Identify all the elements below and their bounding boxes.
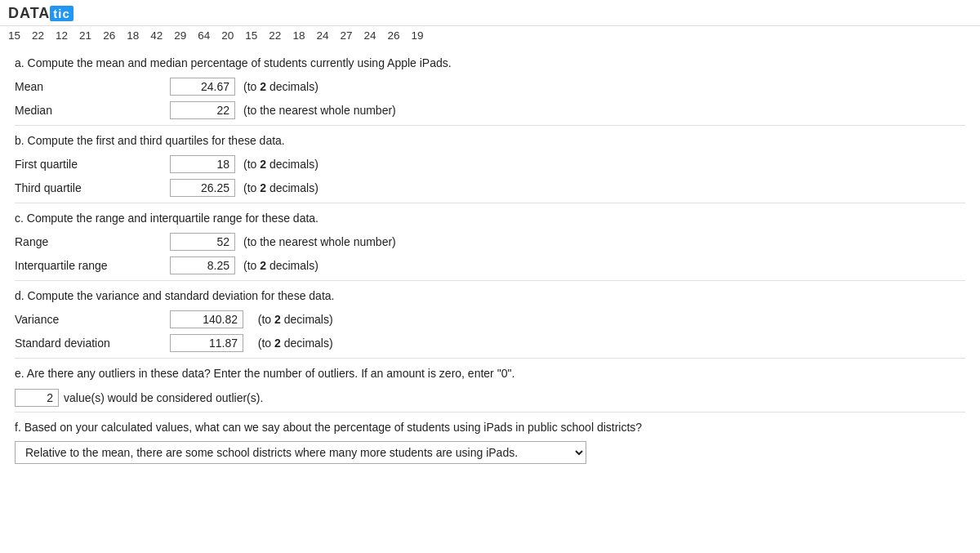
range-input[interactable]	[170, 233, 235, 251]
data-value: 15	[8, 29, 20, 42]
q1-bold: 2	[260, 158, 266, 171]
section-c-label: c. Compute the range and interquartile r…	[15, 210, 965, 227]
data-value: 19	[412, 29, 424, 42]
iqr-hint: (to 2 decimals)	[243, 259, 318, 272]
divider-ab	[15, 125, 965, 126]
q3-hint: (to 2 decimals)	[243, 181, 318, 194]
mean-hint: (to 2 decimals)	[243, 80, 318, 93]
mean-input[interactable]	[170, 78, 235, 96]
mean-row: Mean (to 2 decimals)	[15, 78, 965, 96]
range-row: Range (to the nearest whole number)	[15, 233, 965, 251]
data-value: 20	[221, 29, 234, 42]
q3-row: Third quartile (to 2 decimals)	[15, 179, 965, 197]
data-value: 24	[316, 29, 328, 42]
iqr-bold: 2	[260, 259, 266, 272]
std-bold: 2	[274, 337, 281, 350]
data-value: 18	[127, 29, 139, 42]
q1-row: First quartile (to 2 decimals)	[15, 155, 965, 173]
divider-de	[15, 358, 965, 359]
std-label: Standard deviation	[15, 337, 162, 350]
section-d-label: d. Compute the variance and standard dev…	[15, 288, 965, 305]
q3-bold: 2	[260, 181, 266, 194]
data-value: 24	[363, 29, 376, 42]
logo: DATAtic	[8, 5, 74, 22]
mean-label: Mean	[15, 80, 162, 93]
section-f-select-row: Relative to the mean, there are some sch…	[15, 441, 965, 464]
iqr-row: Interquartile range (to 2 decimals)	[15, 256, 965, 274]
section-f-select[interactable]: Relative to the mean, there are some sch…	[15, 441, 586, 464]
iqr-label: Interquartile range	[15, 259, 162, 272]
section-b-label: b. Compute the first and third quartiles…	[15, 132, 965, 149]
divider-cd	[15, 280, 965, 281]
data-value: 22	[32, 29, 44, 42]
median-row: Median (to the nearest whole number)	[15, 101, 965, 119]
data-value: 42	[150, 29, 163, 42]
iqr-input[interactable]	[170, 256, 235, 274]
variance-bold: 2	[274, 313, 281, 326]
median-input[interactable]	[170, 101, 235, 119]
variance-label: Variance	[15, 313, 162, 326]
logo-tic: tic	[50, 6, 74, 21]
mean-bold: 2	[260, 80, 266, 93]
variance-input[interactable]	[170, 310, 243, 328]
section-f-label: f. Based on your calculated values, what…	[15, 419, 965, 436]
variance-row: Variance (to 2 decimals)	[15, 310, 965, 328]
data-value: 64	[198, 29, 210, 42]
q1-input[interactable]	[170, 155, 235, 173]
divider-bc	[15, 203, 965, 203]
std-hint: (to 2 decimals)	[252, 337, 333, 350]
q1-hint: (to 2 decimals)	[243, 158, 318, 171]
data-values-row: 152212212618422964201522182427242619	[0, 26, 980, 43]
main-content: a. Compute the mean and median percentag…	[0, 43, 980, 475]
outlier-text: value(s) would be considered outlier(s).	[64, 391, 263, 404]
q3-input[interactable]	[170, 179, 235, 197]
data-value: 27	[340, 29, 352, 42]
data-value: 15	[245, 29, 257, 42]
outlier-input[interactable]	[15, 389, 59, 407]
logo-main: DATA	[8, 5, 50, 21]
data-value: 26	[388, 29, 400, 42]
data-value: 21	[79, 29, 91, 42]
data-value: 18	[292, 29, 305, 42]
q1-label: First quartile	[15, 158, 162, 171]
variance-hint: (to 2 decimals)	[252, 313, 333, 326]
data-value: 29	[174, 29, 186, 42]
std-row: Standard deviation (to 2 decimals)	[15, 334, 965, 352]
data-value: 26	[103, 29, 115, 42]
outlier-row: value(s) would be considered outlier(s).	[15, 389, 965, 407]
data-value: 22	[269, 29, 281, 42]
section-e-label: e. Are there any outliers in these data?…	[15, 365, 965, 382]
q3-label: Third quartile	[15, 181, 162, 194]
section-a-label: a. Compute the mean and median percentag…	[15, 55, 965, 72]
std-input[interactable]	[170, 334, 243, 352]
divider-ef	[15, 412, 965, 413]
data-value: 12	[56, 29, 68, 42]
range-label: Range	[15, 235, 162, 248]
median-label: Median	[15, 104, 162, 117]
range-hint: (to the nearest whole number)	[243, 235, 396, 248]
header: DATAtic	[0, 0, 980, 26]
median-hint: (to the nearest whole number)	[243, 104, 396, 117]
